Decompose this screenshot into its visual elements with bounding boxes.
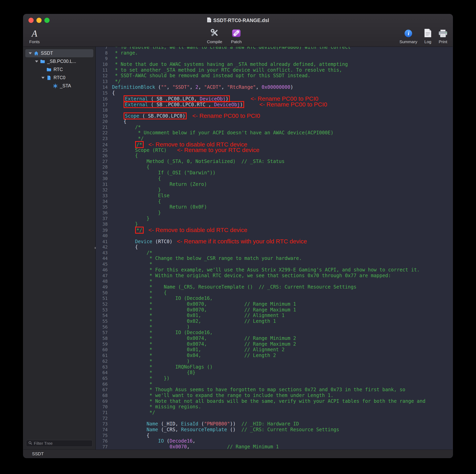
line-number: 21 [96, 125, 111, 130]
line-number: 75 [96, 433, 111, 439]
line-number: 25 [96, 148, 111, 153]
code-line: 56 * ) [96, 324, 453, 330]
line-number: 56 [96, 324, 111, 330]
line-number: 69 [96, 399, 111, 404]
code-text: * ) [112, 358, 190, 364]
filter-tree-field[interactable] [26, 440, 93, 447]
code-text: * }) [112, 375, 170, 381]
code-text: * to set another _STA method in your RTC… [112, 67, 342, 73]
line-number: 9 [96, 56, 111, 62]
chevron-down-icon[interactable] [34, 61, 39, 63]
line-number: 58 [96, 336, 111, 341]
code-text: * 0x0074, // Range Minimum 2 [112, 336, 296, 341]
code-line: 61 * 0x04, // Length 2 [96, 353, 453, 358]
print-icon [438, 29, 447, 38]
code-line: 76 IO (Decode16, [96, 438, 453, 444]
fonts-button[interactable]: A Fonts [29, 26, 40, 44]
line-number: 16 [96, 96, 111, 102]
code-line: 44 * Change the below _CSR range to matc… [96, 255, 453, 261]
code-line: 45 * [96, 261, 453, 267]
code-line: 49 * Name (_CRS, ResourceTemplate () // … [96, 284, 453, 290]
patch-button[interactable]: Patch [231, 26, 242, 44]
line-number: 68 [96, 393, 111, 399]
annotation-text: <- Rename if it conflicts with your old … [177, 238, 307, 245]
line-number: 32 [96, 187, 111, 193]
sidebar-item-label: RTC [53, 67, 63, 72]
code-line: 13 */ [96, 79, 453, 84]
line-number: 37 [96, 216, 111, 222]
code-line: 74 Name (_CRS, ResourceTemplate () // _C… [96, 427, 453, 433]
annotation-box: */ [135, 227, 144, 233]
line-number: 70 [96, 404, 111, 410]
chevron-down-icon[interactable] [28, 52, 33, 54]
filter-tree-input[interactable] [34, 441, 90, 446]
code-line: 62 * ) [96, 358, 453, 364]
code-line: 58 * 0x0074, // Range Minimum 2 [96, 336, 453, 341]
code-line: 41 Device (RTC0)<- Rename if it conflict… [96, 238, 453, 244]
sidebar-item-label: SSDT [41, 51, 53, 56]
code-text: * [112, 56, 118, 61]
line-number: 51 [96, 296, 111, 302]
code-line: 40 [96, 233, 453, 238]
compile-button[interactable]: Compile [207, 26, 222, 44]
code-text: * 0x0070, // Range Minimum 1 [112, 301, 296, 307]
code-text: * [112, 261, 152, 267]
code-text: * 0x0074, // Range Maximum 2 [112, 341, 296, 347]
log-document-icon [424, 29, 432, 38]
code-text: /* [112, 250, 152, 255]
code-text: { [112, 90, 115, 96]
line-number: 18 [96, 107, 111, 113]
line-number: 27 [96, 159, 111, 165]
code-text: } [112, 221, 138, 227]
code-line: 19 Scope (_SB.PC00.LPC0)<- Rename PC00 t… [96, 113, 453, 118]
code-text: } [112, 216, 150, 221]
code-text: * ) [112, 324, 190, 330]
chevron-down-icon[interactable] [41, 77, 45, 79]
annotation-text: <- Rename to your RTC device [177, 147, 259, 153]
document-icon [207, 17, 211, 23]
titlebar: SSDT-RTC0-RANGE.dsl [23, 14, 453, 26]
log-button[interactable]: Log [424, 26, 432, 44]
window-title: SSDT-RTC0-RANGE.dsl [213, 17, 269, 23]
method-icon [52, 83, 58, 88]
code-line: 59 * 0x0074, // Range Maximum 2 [96, 341, 453, 347]
code-line: 73 Name (_HID, EisaId ("PNP0B00")) // _H… [96, 421, 453, 427]
line-number: 46 [96, 267, 111, 273]
code-text: * To resolve this, we'll want to create … [112, 47, 351, 50]
annotation-text: <- Remove to disable old RTC device [149, 227, 247, 233]
annotation-box: Scope (_SB.PC00.LPC0) [124, 113, 187, 119]
sidebar-item-sb-pc00-l[interactable]: _SB.PC00.L... [25, 57, 93, 66]
code-line: 68 * we'll want to expand the range to i… [96, 393, 453, 398]
line-number: 19 [96, 113, 111, 119]
patch-icon [232, 29, 241, 38]
sidebar-item-label: _SB.PC00.L... [47, 59, 76, 64]
code-line: 71 */ [96, 410, 453, 416]
compile-label: Compile [207, 39, 222, 44]
home-icon [34, 51, 39, 56]
line-number: 40 [96, 233, 111, 239]
line-number: 11 [96, 68, 111, 73]
sidebar-item-sta[interactable]: _STA [25, 82, 93, 90]
sidebar-item-rtc[interactable]: RTC [25, 66, 93, 74]
annotation-text: <- Rename PC00 to PCI0 [259, 101, 327, 108]
window-header: SSDT-RTC0-RANGE.dsl A Fonts [23, 14, 453, 47]
summary-button[interactable]: i Summary [399, 26, 417, 44]
code-line: 51 * IO (Decode16, [96, 295, 453, 301]
code-line: 52 * 0x0070, // Range Minimum 1 [96, 301, 453, 307]
code-text: * missing regions. [112, 404, 201, 409]
line-number: 22 [96, 130, 111, 136]
line-number: 53 [96, 307, 111, 313]
line-number: 35 [96, 204, 111, 210]
sidebar-item-ssdt[interactable]: SSDT [25, 49, 93, 57]
line-number: 23 [96, 136, 111, 142]
sidebar-item-rtc0[interactable]: RTC0 [25, 74, 93, 82]
code-editor[interactable]: 7 * To resolve this, we'll want to creat… [96, 47, 453, 450]
code-text: * { [112, 290, 167, 295]
log-label: Log [424, 39, 431, 44]
line-number: 14 [96, 85, 111, 90]
code-line: 10 * Note that due to AWAC systems havin… [96, 62, 453, 67]
code-text: { [112, 164, 150, 170]
code-line: 70 * missing regions. [96, 404, 453, 410]
print-button[interactable]: Print [438, 26, 447, 44]
code-line: 27 Method (_STA, 0, NotSerialized) // _S… [96, 159, 453, 164]
